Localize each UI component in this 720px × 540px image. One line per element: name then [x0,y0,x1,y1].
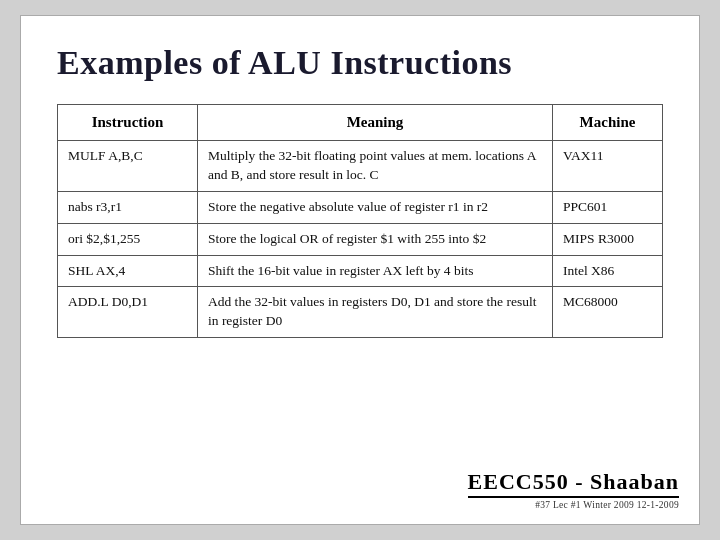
cell-machine: MIPS R3000 [553,223,663,255]
cell-meaning: Shift the 16-bit value in register AX le… [198,255,553,287]
footer: EECC550 - Shaaban #37 Lec #1 Winter 2009… [468,469,679,510]
cell-meaning: Store the negative absolute value of reg… [198,191,553,223]
cell-machine: MC68000 [553,287,663,338]
cell-meaning: Multiply the 32-bit floating point value… [198,141,553,192]
table-row: ADD.L D0,D1Add the 32-bit values in regi… [58,287,663,338]
slide-title: Examples of ALU Instructions [57,44,663,82]
header-instruction: Instruction [58,105,198,141]
table-row: nabs r3,r1Store the negative absolute va… [58,191,663,223]
cell-instruction: ori $2,$1,255 [58,223,198,255]
header-meaning: Meaning [198,105,553,141]
cell-machine: VAX11 [553,141,663,192]
cell-machine: Intel X86 [553,255,663,287]
table-row: SHL AX,4Shift the 16-bit value in regist… [58,255,663,287]
slide: Examples of ALU Instructions Instruction… [20,15,700,525]
cell-meaning: Add the 32-bit values in registers D0, D… [198,287,553,338]
header-machine: Machine [553,105,663,141]
cell-instruction: MULF A,B,C [58,141,198,192]
cell-instruction: ADD.L D0,D1 [58,287,198,338]
cell-instruction: SHL AX,4 [58,255,198,287]
table-row: ori $2,$1,255Store the logical OR of reg… [58,223,663,255]
footer-sub: #37 Lec #1 Winter 2009 12-1-2009 [535,500,679,510]
alu-table: Instruction Meaning Machine MULF A,B,CMu… [57,104,663,338]
footer-title: EECC550 - Shaaban [468,469,679,498]
cell-machine: PPC601 [553,191,663,223]
cell-instruction: nabs r3,r1 [58,191,198,223]
cell-meaning: Store the logical OR of register $1 with… [198,223,553,255]
table-header-row: Instruction Meaning Machine [58,105,663,141]
table-row: MULF A,B,CMultiply the 32-bit floating p… [58,141,663,192]
